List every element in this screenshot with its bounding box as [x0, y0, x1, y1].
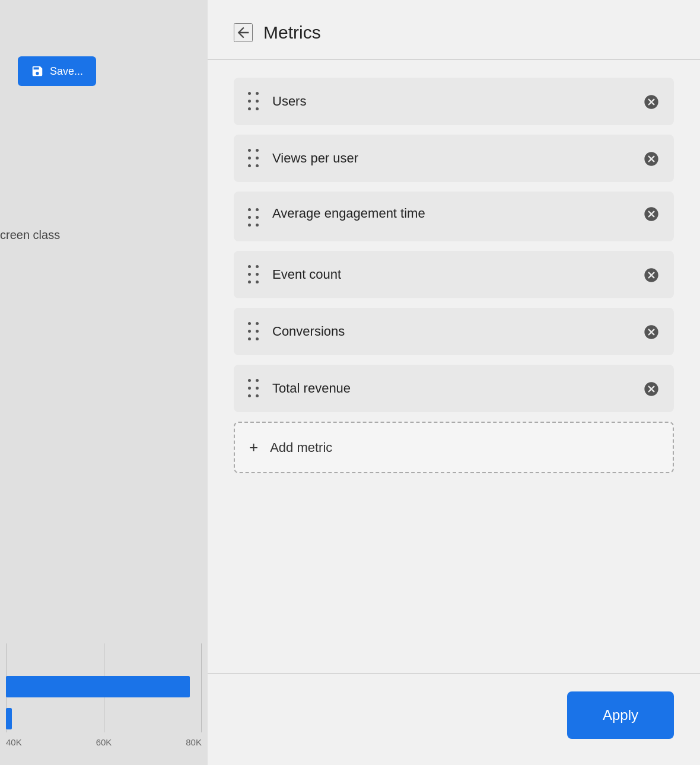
drag-handle-icon [248, 208, 260, 228]
metric-name-conversions: Conversions [272, 323, 345, 341]
panel-header: Metrics [208, 0, 700, 60]
metric-left: Event count [248, 264, 634, 285]
panel-footer: Apply [208, 673, 700, 765]
metric-item-total-revenue[interactable]: Total revenue [234, 365, 674, 412]
metric-item-conversions[interactable]: Conversions [234, 308, 674, 355]
chart-bars [6, 676, 202, 729]
drag-handle-icon [248, 322, 260, 342]
metric-left: Average engagement time [248, 205, 634, 228]
metric-left: Users [248, 91, 634, 112]
metric-item-users[interactable]: Users [234, 78, 674, 125]
remove-views-per-user-button[interactable] [643, 151, 660, 167]
chart-title: creen class [0, 228, 60, 242]
drag-handle-icon [248, 149, 260, 169]
add-metric-button[interactable]: + Add metric [234, 422, 674, 473]
save-button[interactable]: Save... [18, 56, 96, 86]
remove-icon [643, 206, 660, 222]
metric-name-users: Users [272, 93, 306, 111]
remove-total-revenue-button[interactable] [643, 381, 660, 397]
x-axis-label: 40K [6, 737, 22, 747]
metric-name-total-revenue: Total revenue [272, 380, 351, 398]
bar-fill [6, 676, 190, 697]
back-arrow-icon [235, 24, 252, 41]
save-icon [31, 65, 44, 78]
remove-icon [643, 151, 660, 167]
bar-fill [6, 708, 12, 729]
metric-name-avg-engagement: Average engagement time [272, 205, 425, 223]
apply-label: Apply [603, 707, 638, 723]
left-background-panel: Save... creen class 40K 60K 80K [0, 0, 208, 765]
drag-handle-icon [248, 379, 260, 399]
remove-icon [643, 94, 660, 110]
metric-item-avg-engagement[interactable]: Average engagement time [234, 192, 674, 241]
remove-icon [643, 324, 660, 340]
remove-conversions-button[interactable] [643, 324, 660, 340]
remove-users-button[interactable] [643, 94, 660, 110]
x-axis-label: 80K [186, 737, 202, 747]
add-metric-plus-icon: + [249, 438, 258, 457]
metric-item-event-count[interactable]: Event count [234, 251, 674, 298]
chart-area: creen class 40K 60K 80K [0, 184, 208, 765]
x-axis-label: 60K [96, 737, 112, 747]
remove-icon [643, 381, 660, 397]
metrics-list: Users Views per user [208, 60, 700, 673]
bar-row [6, 708, 202, 729]
drag-handle-icon [248, 92, 260, 112]
remove-event-count-button[interactable] [643, 267, 660, 283]
metric-left: Views per user [248, 148, 634, 169]
save-button-label: Save... [50, 65, 83, 78]
add-metric-label: Add metric [270, 440, 332, 455]
bar-row [6, 676, 202, 697]
metric-name-views-per-user: Views per user [272, 149, 358, 168]
metric-left: Total revenue [248, 378, 634, 399]
remove-avg-engagement-button[interactable] [643, 206, 660, 222]
metric-item-views-per-user[interactable]: Views per user [234, 135, 674, 182]
x-axis: 40K 60K 80K [6, 737, 202, 747]
back-button[interactable] [234, 23, 253, 42]
drag-handle-icon [248, 265, 260, 285]
metrics-panel: Metrics Users [208, 0, 700, 765]
panel-title: Metrics [263, 23, 321, 43]
remove-icon [643, 267, 660, 283]
metric-name-event-count: Event count [272, 266, 341, 284]
metric-left: Conversions [248, 321, 634, 342]
apply-button[interactable]: Apply [567, 691, 674, 739]
